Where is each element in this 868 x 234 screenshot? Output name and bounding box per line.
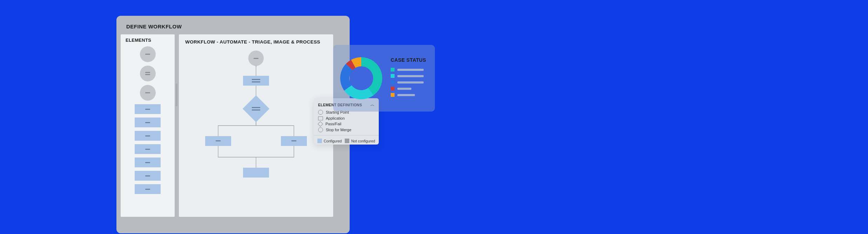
palette-application-shape[interactable] — [135, 118, 161, 127]
window-title: DEFINE WORKFLOW — [116, 16, 350, 34]
palette-stop-shape[interactable] — [140, 85, 156, 101]
palette-application-shape[interactable] — [135, 104, 161, 114]
node-application[interactable] — [243, 168, 269, 178]
svg-rect-8 — [291, 140, 296, 141]
svg-rect-7 — [216, 140, 221, 141]
definition-label: Stop for Merge — [326, 128, 351, 132]
palette-process-shape[interactable] — [140, 66, 156, 81]
svg-rect-5 — [252, 107, 260, 108]
definitions-legend: Configured Not configured — [314, 135, 379, 146]
definition-item: Stop for Merge — [314, 127, 379, 133]
elements-panel-title: ELEMENTS — [121, 34, 175, 45]
svg-rect-3 — [252, 81, 260, 82]
elements-palette: ELEMENTS — [121, 34, 175, 217]
not-configured-swatch — [345, 139, 349, 143]
legend-item — [391, 87, 429, 91]
canvas-title: WORKFLOW - AUTOMATE - TRIAGE, IMAGE & PR… — [179, 34, 333, 48]
palette-start-shape[interactable] — [140, 46, 156, 62]
workflow-canvas[interactable]: WORKFLOW - AUTOMATE - TRIAGE, IMAGE & PR… — [179, 34, 333, 217]
configured-swatch — [317, 139, 322, 143]
legend-swatch — [391, 93, 395, 97]
configured-label: Configured — [324, 139, 342, 143]
palette-scrollbar[interactable] — [176, 83, 177, 106]
definition-label: Application — [326, 116, 345, 120]
legend-swatch — [391, 87, 395, 91]
circle-icon — [318, 110, 323, 115]
rectangle-icon — [318, 116, 323, 120]
legend-item — [391, 93, 429, 97]
legend-swatch — [391, 68, 395, 72]
case-status-card: CASE STATUS — [333, 45, 435, 112]
palette-application-shape[interactable] — [135, 131, 161, 141]
svg-rect-2 — [252, 79, 260, 80]
palette-application-shape[interactable] — [135, 171, 161, 181]
palette-application-shape[interactable] — [135, 184, 161, 194]
legend-item — [391, 74, 429, 78]
svg-rect-1 — [254, 58, 258, 59]
node-application[interactable] — [243, 76, 269, 86]
definition-item: Application — [314, 115, 379, 121]
legend-item — [391, 80, 429, 84]
definition-label: Pass/Fail — [325, 122, 341, 126]
circle-icon — [318, 127, 323, 132]
svg-rect-6 — [252, 109, 260, 111]
palette-application-shape[interactable] — [135, 158, 161, 167]
definition-item: Pass/Fail — [314, 121, 379, 127]
case-status-donut-chart — [339, 56, 383, 100]
legend-item — [391, 68, 429, 72]
legend-swatch — [391, 74, 395, 78]
svg-rect-4 — [243, 95, 269, 122]
node-decision[interactable] — [243, 95, 269, 122]
palette-application-shape[interactable] — [135, 144, 161, 154]
diamond-icon — [318, 121, 323, 127]
flowchart-diagram — [179, 48, 333, 217]
legend-swatch — [391, 80, 395, 84]
case-status-title: CASE STATUS — [391, 57, 429, 63]
not-configured-label: Not configured — [351, 139, 375, 143]
